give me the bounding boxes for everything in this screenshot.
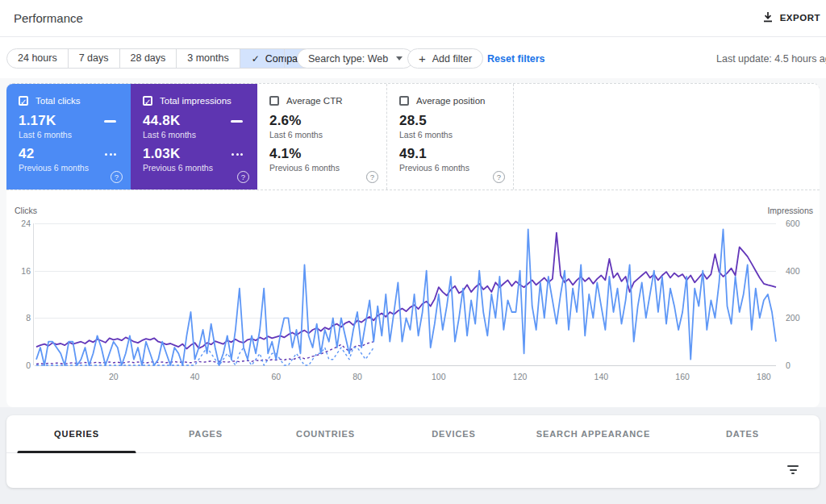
page-title: Performance xyxy=(14,11,83,25)
axis-tick-label: 600 xyxy=(786,219,800,228)
range-7-days[interactable]: 7 days xyxy=(69,49,120,68)
card-label: Total impressions xyxy=(160,96,232,106)
help-icon[interactable]: ? xyxy=(366,171,378,183)
previous-value: 49.1 xyxy=(399,146,427,162)
export-label: EXPORT xyxy=(780,13,820,23)
tab-pages[interactable]: PAGES xyxy=(147,415,265,452)
card-label: Total clicks xyxy=(35,96,81,106)
axis-tick-label: 24 xyxy=(0,219,31,228)
range-28-days[interactable]: 28 days xyxy=(120,49,177,68)
left-axis-title: Clicks xyxy=(15,206,37,215)
current-caption: Last 6 months xyxy=(143,130,248,140)
right-axis-title: Impressions xyxy=(765,206,813,215)
checkbox-average-ctr[interactable] xyxy=(269,96,279,106)
axis-tick-label: 180 xyxy=(752,372,776,381)
y-axis-line xyxy=(33,223,34,365)
checkbox-average-position[interactable] xyxy=(399,96,409,106)
top-bar: Performance EXPORT xyxy=(0,0,826,37)
filter-divider xyxy=(284,49,285,68)
table-toolbar xyxy=(6,453,820,487)
download-icon xyxy=(762,11,774,23)
date-range-group: 24 hours 7 days 28 days 3 months ✓ Compa… xyxy=(6,48,319,69)
chevron-down-icon xyxy=(396,56,403,60)
series-clicks-last-6-months- xyxy=(36,229,776,365)
previous-caption: Previous 6 months xyxy=(143,163,248,173)
metric-card-average-position[interactable]: Average position 28.5 Last 6 months 49.1… xyxy=(387,84,514,190)
axis-tick-label: 0 xyxy=(786,360,791,370)
plus-icon: + xyxy=(419,52,426,65)
dashed-line-legend-icon xyxy=(105,153,116,156)
solid-line-legend-icon xyxy=(231,120,243,123)
reset-filters-link[interactable]: Reset filters xyxy=(487,53,545,65)
add-filter-label: Add filter xyxy=(432,53,472,65)
axis-tick-label: 8 xyxy=(0,313,31,323)
metric-card-total-clicks[interactable]: ✓ Total clicks 1.17K Last 6 months 42 Pr… xyxy=(6,84,131,190)
axis-tick-label: 120 xyxy=(508,372,532,381)
previous-value: 42 xyxy=(19,146,34,162)
series-impressions-last-6-months- xyxy=(36,233,776,349)
axis-tick-label: 400 xyxy=(786,266,800,276)
previous-value: 4.1% xyxy=(269,146,302,162)
tab-countries[interactable]: COUNTRIES xyxy=(265,415,386,452)
axis-tick-label: 60 xyxy=(264,372,288,381)
metric-cards-row: ✓ Total clicks 1.17K Last 6 months 42 Pr… xyxy=(6,84,820,190)
export-button[interactable]: EXPORT xyxy=(759,10,824,25)
axis-tick-label: 200 xyxy=(786,313,800,323)
card-label: Average CTR xyxy=(286,96,342,106)
metric-card-average-ctr[interactable]: Average CTR 2.6% Last 6 months 4.1% Prev… xyxy=(257,84,387,190)
help-icon[interactable]: ? xyxy=(237,171,249,183)
search-type-dropdown[interactable]: Search type: Web xyxy=(297,48,414,69)
axis-tick-label: 40 xyxy=(183,372,207,381)
search-type-label: Search type: Web xyxy=(308,53,388,65)
last-update-text: Last update: 4.5 hours ago xyxy=(716,53,826,65)
current-caption: Last 6 months xyxy=(399,130,503,140)
axis-tick-label: 16 xyxy=(0,266,31,276)
axis-tick-label: 100 xyxy=(427,372,451,381)
range-3-months[interactable]: 3 months xyxy=(177,49,240,68)
dimensions-card: QUERIES PAGES COUNTRIES DEVICES SEARCH A… xyxy=(6,415,820,488)
card-label: Average position xyxy=(416,96,485,106)
current-caption: Last 6 months xyxy=(19,130,121,140)
dashed-line-legend-icon xyxy=(232,153,243,156)
checkbox-total-clicks[interactable]: ✓ xyxy=(19,96,28,106)
previous-caption: Previous 6 months xyxy=(269,163,377,173)
check-icon: ✓ xyxy=(252,53,260,65)
previous-caption: Previous 6 months xyxy=(399,163,503,173)
performance-line-chart[interactable] xyxy=(36,223,776,365)
help-icon[interactable]: ? xyxy=(493,171,505,183)
current-value: 28.5 xyxy=(399,113,427,129)
add-filter-button[interactable]: + Add filter xyxy=(407,48,483,69)
current-caption: Last 6 months xyxy=(269,130,377,140)
current-value: 44.8K xyxy=(143,113,180,129)
solid-line-legend-icon xyxy=(104,120,116,123)
dimension-tabs: QUERIES PAGES COUNTRIES DEVICES SEARCH A… xyxy=(6,415,820,453)
axis-tick-label: 140 xyxy=(589,372,613,381)
range-24-hours[interactable]: 24 hours xyxy=(7,49,69,68)
axis-tick-label: 80 xyxy=(345,372,369,381)
current-value: 2.6% xyxy=(269,113,302,129)
previous-value: 1.03K xyxy=(143,146,180,162)
filter-bar: 24 hours 7 days 28 days 3 months ✓ Compa… xyxy=(0,37,826,78)
tab-devices[interactable]: DEVICES xyxy=(386,415,521,452)
tab-search-appearance[interactable]: SEARCH APPEARANCE xyxy=(521,415,665,452)
metric-card-total-impressions[interactable]: ✓ Total impressions 44.8K Last 6 months … xyxy=(131,84,257,190)
filter-list-icon[interactable] xyxy=(786,464,800,476)
checkbox-total-impressions[interactable]: ✓ xyxy=(143,96,152,106)
tab-dates[interactable]: DATES xyxy=(665,415,820,452)
previous-caption: Previous 6 months xyxy=(19,163,121,173)
help-icon[interactable]: ? xyxy=(111,171,123,183)
current-value: 1.17K xyxy=(19,113,56,129)
axis-tick-label: 20 xyxy=(102,372,126,381)
axis-tick-label: 160 xyxy=(670,372,695,381)
tab-queries[interactable]: QUERIES xyxy=(6,415,147,452)
axis-tick-label: 0 xyxy=(0,360,31,370)
